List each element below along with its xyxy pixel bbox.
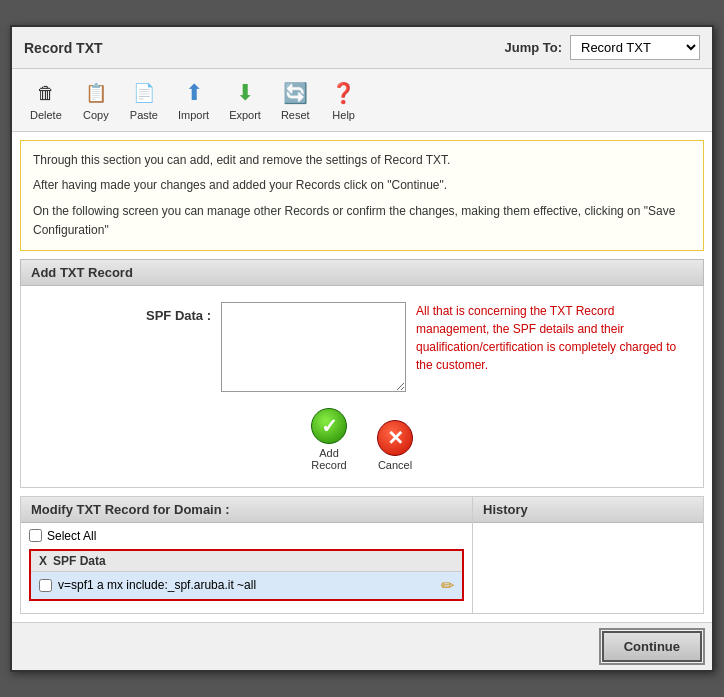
add-record-label: AddRecord [311, 447, 346, 471]
jump-to-label: Jump To: [504, 40, 562, 55]
modify-column: Modify TXT Record for Domain : Select Al… [21, 497, 473, 613]
edit-icon[interactable]: ✏ [441, 576, 454, 595]
delete-button[interactable]: 🗑 Delete [22, 75, 70, 125]
spf-form-row: SPF Data : All that is concerning the TX… [31, 302, 693, 392]
help-button[interactable]: ❓ Help [322, 75, 366, 125]
cancel-label: Cancel [378, 459, 412, 471]
x-mark: X [39, 554, 47, 568]
reset-label: Reset [281, 109, 310, 121]
paste-icon: 📄 [130, 79, 158, 107]
paste-label: Paste [130, 109, 158, 121]
reset-icon: 🔄 [281, 79, 309, 107]
record-group: X SPF Data v=spf1 a mx include:_spf.arub… [29, 549, 464, 601]
spf-data-input[interactable] [221, 302, 406, 392]
add-section-header: Add TXT Record [20, 259, 704, 286]
help-label: Help [332, 109, 355, 121]
record-group-header: X SPF Data [31, 551, 462, 572]
copy-button[interactable]: 📋 Copy [74, 75, 118, 125]
modify-body: Select All X SPF Data v=spf1 a mx includ… [21, 523, 472, 613]
continue-button[interactable]: Continue [602, 631, 702, 662]
select-all-checkbox[interactable] [29, 529, 42, 542]
footer-bar: Continue [12, 622, 712, 670]
add-record-section: SPF Data : All that is concerning the TX… [20, 286, 704, 488]
add-record-icon: ✓ [311, 408, 347, 444]
info-line1: Through this section you can add, edit a… [33, 151, 691, 170]
record-value: v=spf1 a mx include:_spf.aruba.it ~all [58, 578, 256, 592]
select-all-label: Select All [47, 529, 96, 543]
cancel-icon: ✕ [377, 420, 413, 456]
delete-icon: 🗑 [32, 79, 60, 107]
toolbar: 🗑 Delete 📋 Copy 📄 Paste ⬆ Import ⬇ Expor… [12, 69, 712, 132]
record-group-label: SPF Data [53, 554, 106, 568]
history-column: History [473, 497, 703, 613]
main-window: Record TXT Jump To: Record TXT Record A … [10, 25, 714, 672]
copy-label: Copy [83, 109, 109, 121]
select-all-row: Select All [29, 529, 464, 543]
import-button[interactable]: ⬆ Import [170, 75, 217, 125]
import-icon: ⬆ [180, 79, 208, 107]
info-line2: After having made your changes and added… [33, 176, 691, 195]
export-button[interactable]: ⬇ Export [221, 75, 269, 125]
jump-to-select[interactable]: Record TXT Record A Record MX Record CNA… [570, 35, 700, 60]
title-bar: Record TXT Jump To: Record TXT Record A … [12, 27, 712, 69]
delete-label: Delete [30, 109, 62, 121]
export-icon: ⬇ [231, 79, 259, 107]
window-title: Record TXT [24, 40, 103, 56]
info-line3: On the following screen you can manage o… [33, 202, 691, 240]
help-icon: ❓ [330, 79, 358, 107]
bottom-section: Modify TXT Record for Domain : Select Al… [20, 496, 704, 614]
reset-button[interactable]: 🔄 Reset [273, 75, 318, 125]
import-label: Import [178, 109, 209, 121]
spf-label: SPF Data : [131, 302, 211, 323]
history-body [473, 523, 703, 613]
export-label: Export [229, 109, 261, 121]
action-row: ✓ AddRecord ✕ Cancel [31, 408, 693, 471]
record-row-left: v=spf1 a mx include:_spf.aruba.it ~all [39, 578, 256, 592]
history-header: History [473, 497, 703, 523]
spf-info-text: All that is concerning the TXT Record ma… [416, 302, 686, 374]
info-box: Through this section you can add, edit a… [20, 140, 704, 251]
paste-button[interactable]: 📄 Paste [122, 75, 166, 125]
cancel-button[interactable]: ✕ Cancel [377, 420, 413, 471]
modify-header: Modify TXT Record for Domain : [21, 497, 472, 523]
add-record-button[interactable]: ✓ AddRecord [311, 408, 347, 471]
copy-icon: 📋 [82, 79, 110, 107]
jump-to-container: Jump To: Record TXT Record A Record MX R… [504, 35, 700, 60]
record-checkbox[interactable] [39, 579, 52, 592]
record-row: v=spf1 a mx include:_spf.aruba.it ~all ✏ [31, 572, 462, 599]
